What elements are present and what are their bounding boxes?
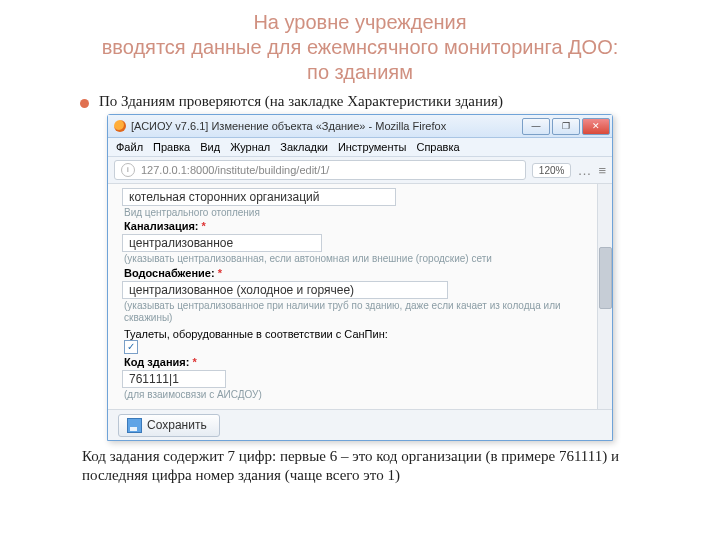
required-icon: * — [192, 356, 196, 368]
heating-sublabel: Вид центрального отопления — [124, 207, 602, 218]
slide-bullet: По Зданиям проверяются (на закладке Хара… — [0, 87, 720, 114]
menu-edit[interactable]: Правка — [153, 141, 190, 153]
url-text: 127.0.0.1:8000/institute/building/edit/1… — [141, 164, 329, 176]
code-label: Код здания: * — [124, 356, 602, 368]
save-label: Сохранить — [147, 418, 207, 432]
firefox-icon — [114, 120, 126, 132]
title-line-1: На уровне учреждения — [253, 11, 466, 33]
sewer-select[interactable]: централизованное — [122, 234, 322, 252]
menu-bookmarks[interactable]: Закладки — [280, 141, 328, 153]
water-hint: (указывать централизованное при наличии … — [124, 300, 584, 324]
scrollbar[interactable] — [597, 184, 612, 409]
hamburger-icon[interactable]: ≡ — [598, 163, 606, 178]
menu-view[interactable]: Вид — [200, 141, 220, 153]
window-titlebar: [АСИОУ v7.6.1] Изменение объекта «Здание… — [108, 115, 612, 138]
info-icon: i — [121, 163, 135, 177]
scroll-thumb[interactable] — [599, 247, 612, 309]
window-title: [АСИОУ v7.6.1] Изменение объекта «Здание… — [131, 120, 522, 132]
url-input[interactable]: i 127.0.0.1:8000/institute/building/edit… — [114, 160, 526, 180]
menu-bar: Файл Правка Вид Журнал Закладки Инструме… — [108, 138, 612, 157]
slide-title: На уровне учреждения вводятся данные для… — [0, 0, 720, 87]
code-hint: (для взаимосвязи с АИСДОУ) — [124, 389, 584, 401]
save-button[interactable]: Сохранить — [118, 414, 220, 437]
menu-history[interactable]: Журнал — [230, 141, 270, 153]
bullet-icon — [80, 99, 89, 108]
sewer-label: Канализация: * — [124, 220, 602, 232]
form-content: котельная сторонних организаций Вид цент… — [108, 184, 612, 409]
toilets-label: Туалеты, оборудованные в соответствии с … — [124, 328, 602, 340]
menu-help[interactable]: Справка — [416, 141, 459, 153]
menu-file[interactable]: Файл — [116, 141, 143, 153]
close-button[interactable]: ✕ — [582, 118, 610, 135]
bullet-text: По Зданиям проверяются (на закладке Хара… — [99, 93, 503, 110]
menu-tools[interactable]: Инструменты — [338, 141, 407, 153]
heating-value[interactable]: котельная сторонних организаций — [122, 188, 396, 206]
slide-footer-text: Код задания содержит 7 цифр: первые 6 – … — [0, 441, 720, 485]
required-icon: * — [202, 220, 206, 232]
toilets-checkbox[interactable]: ✓ — [124, 340, 138, 354]
url-bar: i 127.0.0.1:8000/institute/building/edit… — [108, 157, 612, 184]
code-input[interactable]: 761111|1 — [122, 370, 226, 388]
title-line-2: вводятся данные для ежемнсячного монитор… — [102, 36, 619, 58]
more-icon[interactable]: … — [577, 162, 592, 178]
water-select[interactable]: централизованное (холодное и горячее) — [122, 281, 448, 299]
maximize-button[interactable]: ❐ — [552, 118, 580, 135]
minimize-button[interactable]: — — [522, 118, 550, 135]
screenshot-window: [АСИОУ v7.6.1] Изменение объекта «Здание… — [107, 114, 613, 441]
title-line-3: по зданиям — [307, 61, 413, 83]
water-label: Водоснабжение: * — [124, 267, 602, 279]
disk-icon — [127, 418, 142, 433]
required-icon: * — [218, 267, 222, 279]
zoom-indicator[interactable]: 120% — [532, 163, 572, 178]
footer-bar: Сохранить — [108, 409, 612, 440]
sewer-hint: (указывать централизованная, если автоно… — [124, 253, 584, 265]
